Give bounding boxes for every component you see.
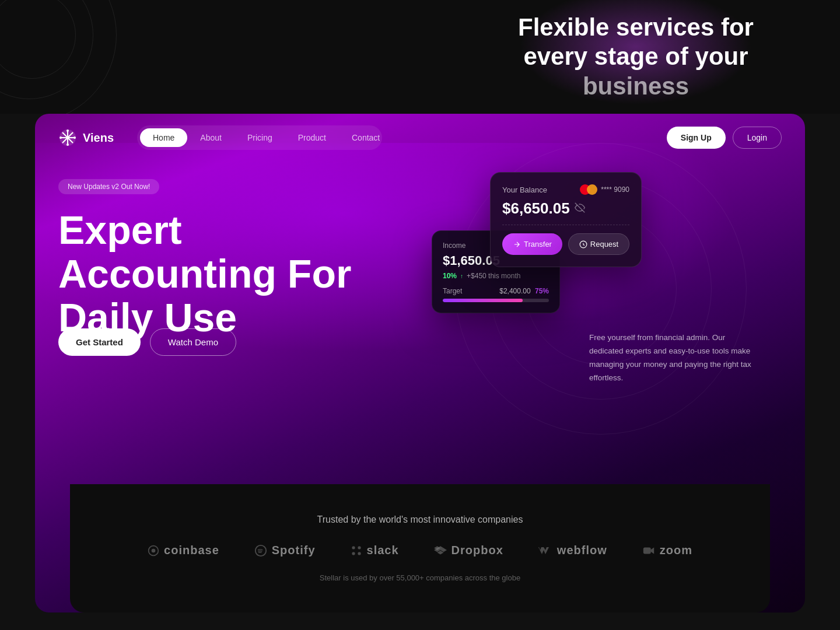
hero-title-line2: Accounting For — [58, 251, 351, 296]
nav-buttons: Sign Up Login — [667, 127, 782, 149]
target-row: Target $2,400.00 75% — [443, 287, 549, 295]
nav-home[interactable]: Home — [140, 128, 187, 147]
hero-left: New Updates v2 Out Now! Expert Accountin… — [58, 179, 385, 339]
income-arrow-icon: ↑ — [460, 273, 463, 279]
balance-value: $6,650.05 — [502, 200, 570, 218]
hero-description: Free yourself from financial admin. Our … — [589, 331, 758, 385]
hero-title: Expert Accounting For Daily Use — [58, 208, 385, 339]
target-label: Target — [443, 287, 462, 295]
progress-fill — [443, 299, 523, 302]
spotify-icon — [254, 544, 267, 557]
main-card: Viens Home About Pricing Product Contact… — [35, 114, 805, 612]
svg-rect-14 — [352, 546, 355, 549]
brand-spotify: Spotify — [254, 544, 316, 557]
svg-point-8 — [74, 136, 76, 139]
target-pct: 75% — [535, 287, 549, 295]
target-values: $2,400.00 75% — [499, 287, 549, 295]
brand-dropbox: Dropbox — [434, 544, 503, 557]
svg-rect-23 — [643, 547, 651, 554]
logo-text: Viens — [83, 131, 114, 145]
top-heading: Flexible services forevery stage of your… — [518, 13, 754, 101]
hero-content: New Updates v2 Out Now! Expert Accountin… — [35, 162, 805, 339]
card-info: **** 9090 — [580, 184, 629, 195]
card-number: **** 9090 — [601, 186, 629, 194]
balance-divider — [502, 225, 629, 225]
brand-coinbase: coinbase — [148, 544, 219, 557]
transfer-button[interactable]: Transfer — [502, 233, 562, 255]
transfer-icon — [513, 240, 521, 249]
nav-about[interactable]: About — [187, 128, 235, 147]
svg-point-6 — [66, 144, 69, 146]
brand-webflow: webflow — [538, 544, 607, 557]
webflow-icon — [538, 545, 552, 556]
slack-icon — [351, 545, 362, 556]
income-percentage: 10% — [443, 272, 457, 280]
income-stats: 10% ↑ +$450 this month — [443, 272, 549, 280]
request-button[interactable]: Request — [568, 233, 629, 255]
svg-rect-15 — [358, 546, 360, 549]
coinbase-icon — [148, 545, 159, 556]
navbar: Viens Home About Pricing Product Contact… — [35, 114, 805, 162]
request-icon — [579, 240, 587, 249]
balance-label: Your Balance — [502, 186, 547, 194]
balance-amount: $6,650.05 — [502, 200, 629, 218]
brand-slack: slack — [351, 544, 399, 557]
decorative-circles-left — [0, 0, 204, 114]
top-section: Flexible services forevery stage of your… — [0, 0, 840, 114]
cta-buttons: Get Started Watch Demo — [58, 328, 236, 356]
brands-row: coinbase Spotify s — [148, 544, 692, 557]
svg-point-5 — [66, 130, 69, 132]
svg-point-7 — [60, 136, 62, 139]
nav-links: Home About Pricing Product Contact — [137, 125, 382, 150]
signup-button[interactable]: Sign Up — [667, 127, 726, 149]
nav-contact[interactable]: Contact — [339, 128, 393, 147]
brand-zoom: zoom — [642, 544, 692, 557]
update-badge: New Updates v2 Out Now! — [58, 179, 159, 194]
balance-actions: Transfer Request — [502, 233, 629, 255]
balance-card: Your Balance **** 9090 $6,650.05 — [490, 172, 642, 267]
balance-header: Your Balance **** 9090 — [502, 184, 629, 195]
mastercard-icon — [580, 184, 597, 195]
logo-snowflake-icon — [58, 128, 77, 147]
income-change: +$450 this month — [467, 272, 520, 280]
svg-point-12 — [152, 548, 156, 552]
svg-rect-17 — [358, 552, 360, 555]
bottom-section: Trusted by the world's most innovative c… — [70, 484, 770, 612]
nav-product[interactable]: Product — [285, 128, 339, 147]
svg-rect-16 — [352, 552, 355, 555]
get-started-button[interactable]: Get Started — [58, 328, 141, 356]
hero-title-line1: Expert — [58, 208, 182, 252]
login-button[interactable]: Login — [733, 127, 782, 149]
progress-bar — [443, 299, 549, 302]
trusted-heading: Trusted by the world's most innovative c… — [317, 514, 523, 525]
logo-area: Viens — [58, 128, 114, 147]
footer-note: Stellar is used by over 55,000+ companie… — [320, 573, 520, 582]
zoom-icon — [642, 544, 655, 557]
watch-demo-button[interactable]: Watch Demo — [150, 328, 236, 356]
eye-icon — [575, 202, 585, 215]
dropbox-icon — [434, 545, 447, 556]
top-heading-area: Flexible services forevery stage of your… — [490, 0, 782, 114]
nav-pricing[interactable]: Pricing — [235, 128, 285, 147]
